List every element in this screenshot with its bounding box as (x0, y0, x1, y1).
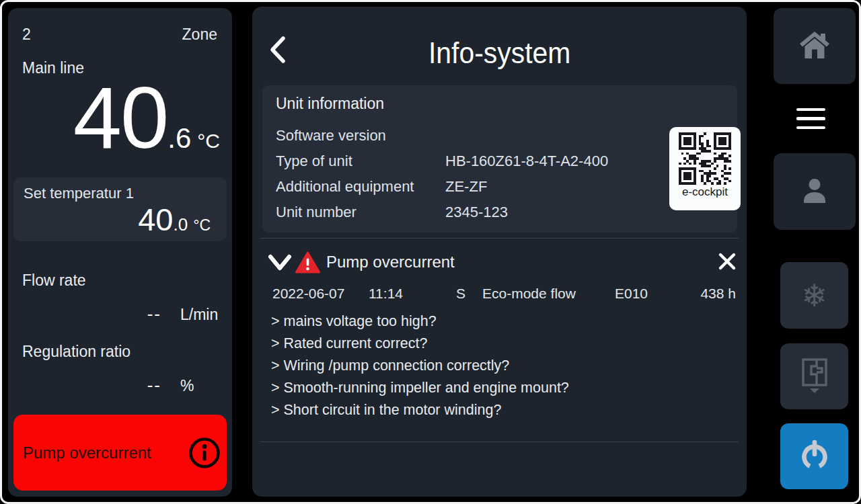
power-icon (799, 439, 830, 474)
alarm-title: Pump overcurrent (326, 253, 455, 271)
close-icon (717, 263, 737, 274)
regulation-ratio-label: Regulation ratio (22, 343, 130, 361)
set-temp-value-int: 40 (138, 204, 173, 235)
alarm-checklist: > mains voltage too high? > Rated curren… (271, 310, 569, 421)
separator (260, 238, 739, 239)
device-screen: 2 Zone Main line 40 .6 °C Set temperatur… (0, 0, 861, 504)
regulation-ratio-value: -- (114, 375, 161, 396)
home-icon (798, 30, 831, 62)
checklist-item: > Short circuit in the motor winding? (271, 399, 569, 421)
unit-info-row-label: Software version (276, 127, 386, 144)
unit-info-row-label: Additional equipment (276, 178, 414, 196)
separator (260, 442, 739, 442)
checklist-item: > Rated current correct? (271, 333, 569, 355)
alarm-state: S (456, 286, 465, 302)
qr-code-icon (679, 132, 731, 185)
mold-icon (799, 357, 830, 396)
flow-rate-unit: L/min (180, 306, 218, 324)
checklist-item: > mains voltage too high? (271, 310, 569, 333)
chevron-down-icon (268, 263, 292, 274)
main-line-unit: °C (197, 130, 220, 153)
unit-info-row-value: 2345-123 (445, 204, 508, 221)
alarm-close-button[interactable] (717, 251, 737, 274)
main-line-temperature: 40 .6 °C (73, 74, 220, 161)
unit-info-row-value: HB-160Z61-8-4T-A2-400 (445, 153, 608, 170)
sidebar-mold-button[interactable] (780, 343, 848, 409)
alarm-mode: Eco-mode flow (482, 286, 576, 302)
set-temp-unit: °C (193, 216, 211, 235)
main-line-value-dec: .6 (167, 122, 191, 155)
pump-overcurrent-alarm-button[interactable]: Pump overcurrent (13, 415, 227, 491)
unit-information-title: Unit information (276, 95, 384, 113)
zone-panel: 2 Zone Main line 40 .6 °C Set temperatur… (8, 8, 232, 497)
flow-rate-value: -- (114, 304, 161, 325)
sidebar-home-button[interactable] (774, 8, 856, 84)
unit-info-row-label: Type of unit (276, 153, 352, 170)
zone-label: Zone (182, 26, 217, 44)
sidebar-cooling-button[interactable]: ❄ (780, 262, 848, 329)
e-cockpit-qr-card: e-cockpit (669, 127, 741, 210)
set-temperature-value: 40 .0 °C (138, 204, 211, 235)
info-system-panel: Info-system Unit information Software ve… (252, 7, 747, 497)
main-line-value-int: 40 (73, 74, 168, 161)
page-title: Info-system (252, 36, 747, 70)
alarm-time: 11:14 (369, 286, 403, 302)
flow-rate-label: Flow rate (22, 271, 86, 290)
snowflake-icon: ❄ (801, 280, 827, 311)
checklist-item: > Wiring /pump connection correctly? (271, 355, 569, 377)
zone-header: 2 Zone (22, 26, 217, 44)
menu-icon (796, 108, 825, 130)
unit-info-row-label: Unit number (276, 204, 357, 221)
sidebar-user-button[interactable] (774, 153, 856, 230)
alarm-expand-button[interactable] (268, 254, 292, 274)
qr-label: e-cockpit (682, 185, 728, 199)
alarm-error-code: E010 (615, 286, 648, 302)
alarm-date: 2022-06-07 (272, 286, 344, 302)
checklist-item: > Smooth-running impeller and engine mou… (271, 377, 569, 399)
set-temp-value-dec: .0 (174, 214, 188, 235)
set-temperature-label: Set temperatur 1 (24, 185, 134, 202)
sidebar-menu-button[interactable] (765, 85, 856, 152)
set-temperature-card[interactable]: Set temperatur 1 40 .0 °C (13, 177, 227, 241)
zone-number: 2 (22, 26, 31, 44)
alarm-operating-hours: 438 h (700, 286, 736, 302)
info-icon (188, 437, 221, 469)
user-icon (800, 176, 829, 208)
alarm-button-label: Pump overcurrent (23, 444, 151, 462)
alarm-details-row: 2022-06-07 11:14 S Eco-mode flow E010 43… (252, 286, 747, 304)
unit-information-card: Unit information Software version Type o… (262, 85, 737, 233)
power-button[interactable] (780, 423, 848, 489)
warning-triangle-icon (295, 251, 320, 276)
regulation-ratio-unit: % (180, 377, 194, 395)
unit-info-row-value: ZE-ZF (445, 178, 487, 196)
